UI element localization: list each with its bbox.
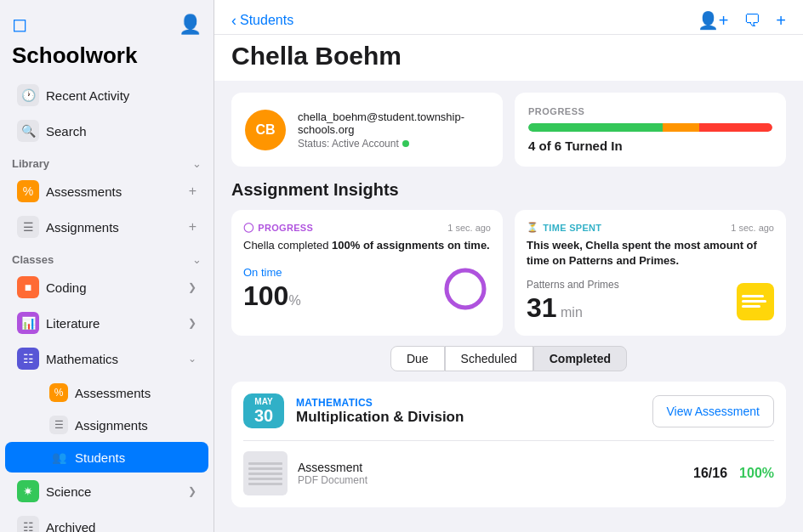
literature-chevron-icon: ❯ [188, 317, 196, 329]
plus-icon[interactable]: + [776, 11, 786, 31]
patterns-label: Patterns and Primes [527, 279, 619, 291]
add-assessments-icon[interactable]: + [189, 184, 196, 199]
assignment-meta: MATHEMATICS Multiplication & Division [296, 397, 641, 426]
avatar: CB [245, 110, 286, 150]
clock-icon: 🕐 [17, 84, 39, 106]
progress-bar [528, 123, 772, 132]
doc-line-2 [248, 467, 282, 470]
insight-progress-stats: On time 100% [243, 266, 301, 312]
insight-card-time: ⏳ TIME SPENT 1 sec. ago This week, Chell… [515, 210, 786, 336]
avatar-icon[interactable]: 👤 [179, 14, 202, 36]
topbar-right: 👤+ 🗨 + [698, 10, 786, 31]
student-status: Status: Active Account [298, 138, 489, 150]
students-icon: 👥 [49, 448, 68, 467]
sidebar-item-mathematics[interactable]: ☷ Mathematics ⌄ [5, 342, 208, 376]
insight-time-desc: This week, Chella spent the most amount … [527, 238, 774, 269]
student-card: CB chella_boehm@student.township-schools… [231, 93, 503, 167]
student-email: chella_boehm@student.township-schools.or… [298, 110, 489, 136]
donut-chart [440, 263, 491, 314]
literature-icon: 📊 [17, 312, 39, 334]
recent-activity-label: Recent Activity [46, 88, 196, 103]
math-assignments-icon: ☰ [49, 416, 68, 434]
sidebar-item-math-assignments[interactable]: ☰ Assignments [5, 410, 208, 440]
archived-icon: ☷ [17, 516, 39, 532]
tab-due[interactable]: Due [390, 346, 445, 371]
sidebar-item-math-assessments[interactable]: % Assessments [5, 377, 208, 408]
main-content: ‹ Students 👤+ 🗨 + Chella Boehm CB chella… [214, 0, 803, 532]
topbar-left: ‹ Students [231, 12, 293, 30]
info-row: CB chella_boehm@student.township-schools… [231, 81, 786, 167]
back-button[interactable]: ‹ Students [231, 12, 293, 30]
literature-label: Literature [46, 316, 185, 331]
science-chevron-icon: ❯ [188, 485, 196, 497]
status-dot-icon [402, 140, 409, 147]
page-header: Chella Boehm [214, 35, 803, 81]
insight-type-time: ⏳ TIME SPENT [527, 222, 601, 233]
view-assessment-button[interactable]: View Assessment [652, 395, 774, 427]
insight-header-time: ⏳ TIME SPENT 1 sec. ago [527, 222, 774, 233]
insight-progress-content: On time 100% [243, 263, 491, 314]
date-badge: MAY 30 [243, 393, 284, 428]
insight-type-progress: ◯ PROGRESS [243, 222, 313, 233]
insight-time-label: TIME SPENT [543, 223, 601, 233]
sidebar-item-recent-activity[interactable]: 🕐 Recent Activity [5, 78, 208, 112]
sidebar-toggle-icon[interactable]: ◻ [12, 14, 27, 36]
math-assessments-label: Assessments [75, 386, 196, 400]
sidebar-item-search[interactable]: 🔍 Search [5, 114, 208, 148]
assignment-card: MAY 30 MATHEMATICS Multiplication & Divi… [231, 382, 786, 507]
notes-line-1 [742, 295, 764, 297]
doc-line-1 [248, 462, 282, 465]
classes-section-title: Classes [12, 253, 54, 266]
doc-line-4 [248, 478, 282, 480]
sidebar-item-science[interactable]: ✷ Science ❯ [5, 474, 208, 508]
add-person-icon[interactable]: 👤+ [698, 10, 729, 31]
math-assessments-icon: % [49, 383, 68, 402]
search-icon: 🔍 [17, 120, 39, 142]
svg-point-1 [447, 270, 484, 308]
page-title: Chella Boehm [231, 42, 786, 71]
sidebar-item-coding[interactable]: ■ Coding ❯ [5, 270, 208, 304]
add-assignments-icon[interactable]: + [189, 219, 196, 235]
classes-section-header: Classes ⌄ [0, 245, 214, 269]
search-label: Search [46, 124, 196, 139]
date-day: 30 [243, 406, 284, 425]
library-section-title: Library [12, 157, 49, 170]
divider [243, 440, 774, 441]
content-area: CB chella_boehm@student.township-schools… [214, 81, 803, 532]
tab-completed[interactable]: Completed [533, 346, 627, 371]
coding-icon: ■ [17, 276, 39, 298]
message-icon[interactable]: 🗨 [743, 11, 760, 31]
assessments-icon: % [17, 180, 39, 202]
insight-header-progress: ◯ PROGRESS 1 sec. ago [243, 222, 491, 233]
assessments-label: Assessments [46, 184, 185, 199]
assignments-label: Assignments [46, 220, 185, 235]
sidebar-item-archived[interactable]: ☷ Archived [5, 510, 208, 532]
assignment-name: Multiplication & Division [296, 409, 641, 426]
classes-chevron-icon[interactable]: ⌄ [192, 253, 202, 266]
patterns-unit: min [557, 305, 583, 320]
notes-icon [737, 283, 774, 320]
doc-line-3 [248, 473, 282, 475]
tab-scheduled[interactable]: Scheduled [445, 346, 533, 371]
sidebar-item-assessments[interactable]: % Assessments + [5, 174, 208, 208]
sidebar-item-literature[interactable]: 📊 Literature ❯ [5, 306, 208, 340]
insight-progress-label: PROGRESS [258, 223, 313, 233]
students-label: Students [75, 450, 196, 465]
on-time-unit: % [288, 293, 300, 308]
insight-card-progress: ◯ PROGRESS 1 sec. ago Chella completed 1… [231, 210, 503, 336]
science-label: Science [46, 484, 185, 499]
archived-label: Archived [46, 520, 196, 533]
date-month: MAY [243, 397, 284, 406]
insight-time-content: Patterns and Primes 31 min [527, 279, 774, 324]
doc-scores: 16/16 100% [693, 466, 774, 481]
mathematics-chevron-icon: ⌄ [188, 353, 196, 365]
progress-summary: 4 of 6 Turned In [528, 139, 772, 153]
insights-row: ◯ PROGRESS 1 sec. ago Chella completed 1… [231, 210, 786, 336]
library-chevron-icon[interactable]: ⌄ [192, 157, 202, 170]
sidebar-header: ◻ 👤 [0, 10, 214, 42]
progress-bar-yellow [663, 123, 699, 132]
patterns-value: 31 [527, 292, 557, 323]
sidebar-item-assignments[interactable]: ☰ Assignments + [5, 210, 208, 244]
on-time-label: On time [243, 266, 301, 279]
sidebar-item-math-students[interactable]: 👥 Students [5, 442, 208, 473]
